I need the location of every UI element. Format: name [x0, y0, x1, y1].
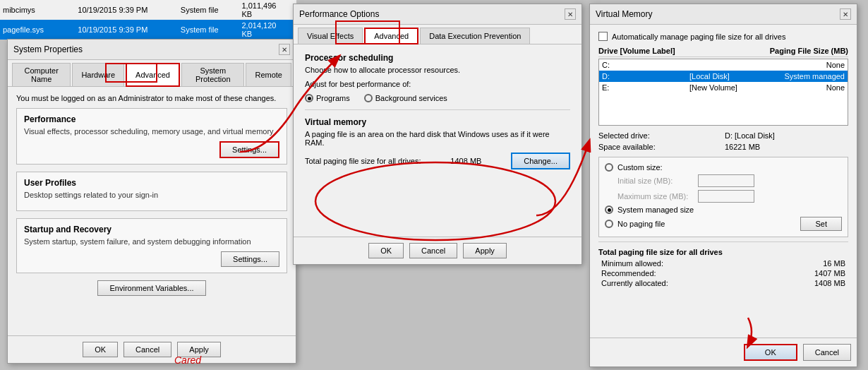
vm-title-buttons: ✕	[840, 8, 851, 20]
vm-total-value: 1408 MB	[450, 157, 481, 165]
perf-apply-button[interactable]: Apply	[463, 243, 507, 258]
programs-radio[interactable]: Programs	[305, 94, 350, 102]
drive-label-e: [New Volume]	[689, 83, 826, 92]
currently-allocated-value: 1408 MB	[814, 279, 845, 287]
drive-letter-c: C:	[602, 61, 687, 69]
perf-cancel-button[interactable]: Cancel	[409, 243, 457, 258]
drive-list[interactable]: C: None D: [Local Disk] System managed E…	[598, 59, 848, 126]
startup-desc: System startup, system failure, and syst…	[24, 237, 279, 246]
selected-drive-value: D: [Local Disk]	[725, 131, 848, 140]
min-allowed-value: 16 MB	[823, 259, 845, 268]
min-allowed-label: Minimum allowed:	[601, 259, 663, 268]
sys-cancel-button[interactable]: Cancel	[123, 342, 171, 357]
admin-note: You must be logged on as an Administrato…	[16, 94, 287, 102]
vm-content: Automatically manage paging file size fo…	[590, 25, 857, 296]
perf-ok-button[interactable]: OK	[368, 243, 404, 258]
drive-size-d: System managed	[784, 72, 845, 80]
recommended-value: 1407 MB	[814, 269, 845, 278]
vm-footer: OK Cancel	[590, 338, 857, 366]
system-managed-radio	[605, 205, 613, 214]
initial-size-label: Initial size (MB):	[617, 177, 695, 185]
perf-footer: OK Cancel Apply	[294, 237, 581, 264]
file-row-selected[interactable]: pagefile.sys 10/19/2015 9:39 PM System f…	[0, 20, 296, 40]
tab-remote[interactable]: Remote	[246, 63, 291, 86]
scheduling-radio-group: Programs Background services	[305, 94, 570, 102]
performance-section: Performance Visual effects, processor sc…	[16, 108, 287, 165]
drive-row-e[interactable]: E: [New Volume] None	[599, 82, 848, 93]
max-size-row: Maximum size (MB):	[617, 190, 842, 203]
file-list-background: mibcimys 10/19/2015 9:39 PM System file …	[0, 0, 296, 35]
tab-system-protection[interactable]: System Protection	[181, 63, 244, 86]
virtual-memory-title: Virtual memory	[305, 117, 570, 127]
adjust-label: Adjust for best performance of:	[305, 80, 570, 88]
vm-total-label: Total paging file size for all drives:	[305, 157, 421, 165]
env-vars-button[interactable]: Environment Variables...	[97, 280, 205, 296]
min-allowed-row: Minimum allowed: 16 MB	[598, 259, 848, 268]
custom-size-label: Custom size:	[617, 163, 663, 172]
tab-hardware[interactable]: Hardware	[72, 63, 124, 86]
performance-title: Performance	[24, 114, 279, 124]
file-row: mibcimys 10/19/2015 9:39 PM System file …	[0, 0, 296, 20]
vm-close-button[interactable]: ✕	[840, 8, 851, 20]
system-properties-title: System Properties	[13, 44, 83, 54]
cared-annotation: Cared	[174, 354, 201, 366]
drive-letter-d: D:	[602, 72, 687, 80]
tab-advanced[interactable]: Advanced	[126, 63, 180, 87]
auto-manage-label: Automatically manage paging file size fo…	[612, 32, 785, 41]
user-profiles-section: User Profiles Desktop settings related t…	[16, 172, 287, 211]
vm-title: Virtual Memory	[596, 9, 652, 19]
initial-size-input[interactable]	[698, 174, 754, 187]
change-button[interactable]: Change...	[511, 153, 570, 169]
drive-table: Drive [Volume Label] Paging File Size (M…	[598, 47, 848, 126]
drive-size-c: None	[826, 61, 845, 69]
drive-row-d[interactable]: D: [Local Disk] System managed	[599, 71, 848, 82]
perf-tabs: Visual Effects Advanced Data Execution P…	[294, 25, 581, 44]
system-properties-title-bar: System Properties ✕	[8, 40, 296, 60]
no-paging-row[interactable]: No paging file	[605, 220, 665, 228]
initial-size-row: Initial size (MB):	[617, 174, 842, 187]
tab-advanced-perf[interactable]: Advanced	[364, 28, 418, 44]
virtual-memory-desc: A paging file is an area on the hard dis…	[305, 130, 570, 147]
system-managed-row[interactable]: System managed size	[605, 205, 842, 214]
drive-size-e: None	[826, 83, 845, 92]
perf-close-button[interactable]: ✕	[565, 8, 576, 20]
recommended-row: Recommended: 1407 MB	[598, 269, 848, 278]
system-properties-window: System Properties ✕ Computer Name Hardwa…	[7, 39, 296, 364]
performance-options-window: Performance Options ✕ Visual Effects Adv…	[293, 4, 582, 265]
drive-row-c[interactable]: C: None	[599, 59, 848, 71]
performance-settings-button[interactable]: Settings...	[219, 141, 279, 158]
tab-computer-name[interactable]: Computer Name	[12, 63, 71, 86]
background-radio[interactable]: Background services	[364, 94, 447, 102]
custom-size-row[interactable]: Custom size:	[605, 163, 842, 172]
custom-size-radio	[605, 163, 613, 172]
background-radio-circle	[364, 94, 373, 102]
tab-dep[interactable]: Data Execution Prevention	[420, 28, 530, 44]
drive-label-c	[687, 61, 826, 69]
title-bar-buttons: ✕	[279, 44, 290, 55]
auto-manage-checkbox[interactable]	[598, 32, 608, 41]
set-button[interactable]: Set	[800, 217, 842, 231]
auto-manage-row: Automatically manage paging file size fo…	[598, 32, 848, 41]
programs-radio-circle	[305, 94, 313, 102]
currently-allocated-row: Currently allocated: 1408 MB	[598, 279, 848, 287]
max-size-input[interactable]	[698, 190, 754, 203]
close-button[interactable]: ✕	[279, 44, 290, 55]
vm-cancel-button[interactable]: Cancel	[803, 344, 851, 361]
total-paging-title: Total paging file size for all drives	[598, 248, 848, 256]
vm-title-bar: Virtual Memory ✕	[590, 4, 857, 25]
table-header: Drive [Volume Label] Paging File Size (M…	[598, 47, 848, 57]
sys-ok-button[interactable]: OK	[83, 342, 118, 357]
tab-visual-effects[interactable]: Visual Effects	[298, 28, 363, 44]
system-properties-footer: OK Cancel Apply	[8, 335, 296, 363]
proc-scheduling-title: Processor scheduling	[305, 53, 570, 63]
vm-total-row: Total paging file size for all drives: 1…	[305, 153, 570, 169]
startup-settings-button[interactable]: Settings...	[221, 251, 279, 267]
vm-ok-button[interactable]: OK	[744, 344, 797, 361]
perf-content: Processor scheduling Choose how to alloc…	[294, 44, 581, 178]
divider	[305, 109, 570, 110]
paging-options: Custom size: Initial size (MB): Maximum …	[598, 157, 848, 237]
performance-desc: Visual effects, processor scheduling, me…	[24, 127, 279, 136]
system-properties-tabs: Computer Name Hardware Advanced System P…	[8, 60, 296, 87]
perf-title: Performance Options	[299, 9, 379, 19]
no-paging-label: No paging file	[617, 220, 665, 228]
